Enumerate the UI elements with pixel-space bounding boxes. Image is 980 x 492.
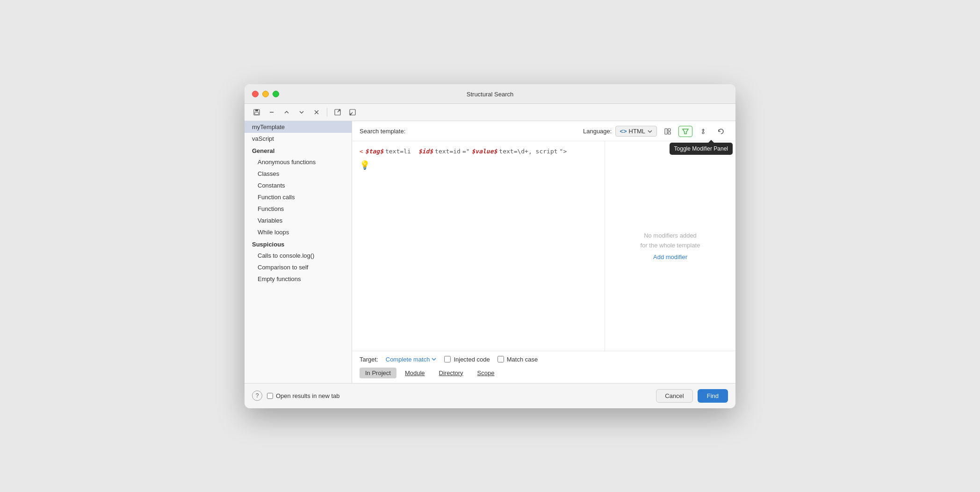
sidebar-section-general: General: [245, 145, 352, 156]
save-icon: [253, 109, 260, 116]
toolbar: [245, 104, 735, 121]
layout-icon: [664, 128, 671, 135]
target-row: Target: Complete match Injected code Mat…: [360, 356, 728, 363]
main-window: Structural Search: [245, 84, 735, 408]
svg-marker-13: [683, 129, 688, 134]
code-tag-var: $tag$: [365, 147, 383, 157]
injected-code-checkbox[interactable]: [444, 356, 451, 362]
help-button[interactable]: ?: [252, 391, 262, 401]
refresh-icon: [717, 128, 725, 135]
find-button[interactable]: Find: [698, 389, 728, 403]
match-case-group: Match case: [497, 356, 538, 363]
up-icon: [283, 109, 290, 116]
open-results-label[interactable]: Open results in new tab: [267, 392, 340, 399]
match-case-checkbox[interactable]: [497, 356, 504, 362]
svg-rect-2: [255, 112, 259, 115]
code-close-quote: ">: [560, 147, 567, 157]
code-line-1: <$tag$ text=li $id$ text=id ="$value$ te…: [360, 147, 597, 157]
traffic-lights: [252, 91, 279, 97]
sidebar-item-javascript[interactable]: vaScript: [245, 133, 352, 145]
minimize-button[interactable]: [262, 91, 269, 97]
scope-tab-in-project[interactable]: In Project: [360, 368, 396, 378]
lightbulb-icon[interactable]: 💡: [360, 160, 597, 170]
code-text-id: text=id: [435, 147, 461, 157]
open-results-text: Open results in new tab: [276, 392, 340, 399]
sidebar-item-variables[interactable]: Variables: [245, 215, 352, 226]
footer-right: Cancel Find: [656, 389, 728, 403]
scope-tab-directory[interactable]: Directory: [433, 368, 469, 378]
toggle-modifier-tooltip: Toggle Modifier Panel: [670, 143, 733, 155]
open-results-checkbox[interactable]: [267, 393, 273, 399]
filter-icon: [682, 128, 689, 135]
target-value: Complete match: [386, 356, 430, 363]
header-right: Language: <> HTML: [583, 126, 728, 137]
sidebar-item-function-calls[interactable]: Function calls: [245, 191, 352, 203]
svg-rect-10: [665, 129, 667, 134]
sidebar-item-functions[interactable]: Functions: [245, 203, 352, 215]
search-template-label: Search template:: [360, 128, 405, 135]
html-lang-icon: <>: [620, 128, 627, 135]
sidebar-item-mytemplate[interactable]: myTemplate: [245, 121, 352, 133]
injected-code-group: Injected code: [444, 356, 490, 363]
sidebar: myTemplate vaScript General Anonymous fu…: [245, 121, 352, 383]
sidebar-item-comparison-to-self[interactable]: Comparison to self: [245, 261, 352, 273]
close-button[interactable]: [252, 91, 259, 97]
layout-icon-button[interactable]: [661, 126, 675, 137]
svg-rect-11: [668, 129, 670, 131]
import-button[interactable]: [346, 107, 359, 118]
svg-line-7: [338, 109, 340, 112]
cancel-button[interactable]: Cancel: [656, 389, 692, 403]
code-value-var: $value$: [472, 147, 497, 157]
no-modifiers-text: No modifiers added for the whole templat…: [641, 231, 700, 251]
svg-rect-12: [668, 132, 670, 134]
window-title: Structural Search: [467, 91, 513, 98]
bottom-controls: Target: Complete match Injected code Mat…: [352, 351, 735, 383]
target-select-button[interactable]: Complete match: [386, 356, 437, 363]
sidebar-item-constants[interactable]: Constants: [245, 180, 352, 191]
sidebar-item-calls-to-console[interactable]: Calls to console.log(): [245, 250, 352, 261]
target-chevron-icon: [431, 356, 437, 362]
minus-button[interactable]: [265, 107, 278, 118]
add-modifier-link[interactable]: Add modifier: [653, 253, 687, 260]
close-x-icon: [313, 109, 320, 116]
up-button[interactable]: [280, 107, 293, 118]
filter-icon-button[interactable]: [678, 126, 692, 137]
code-id-var: $id$: [418, 147, 433, 157]
title-bar: Structural Search: [245, 84, 735, 104]
down-icon: [298, 109, 305, 116]
maximize-button[interactable]: [273, 91, 279, 97]
code-text-attr: text=li: [385, 147, 411, 157]
refresh-icon-button[interactable]: [714, 126, 728, 137]
footer-left: ? Open results in new tab: [252, 391, 340, 401]
footer: ? Open results in new tab Cancel Find: [245, 383, 735, 408]
down-button[interactable]: [295, 107, 308, 118]
language-label: Language:: [583, 128, 612, 135]
code-editor[interactable]: <$tag$ text=li $id$ text=id ="$value$ te…: [352, 141, 605, 351]
scope-tabs: In Project Module Directory Scope: [360, 368, 728, 378]
scope-tab-scope[interactable]: Scope: [472, 368, 500, 378]
injected-code-label[interactable]: Injected code: [454, 356, 490, 363]
scope-tab-module[interactable]: Module: [399, 368, 431, 378]
sidebar-section-suspicious: Suspicious: [245, 238, 352, 250]
sidebar-item-classes[interactable]: Classes: [245, 168, 352, 180]
match-case-label[interactable]: Match case: [507, 356, 538, 363]
toolbar-divider: [327, 108, 327, 116]
minus-icon: [268, 109, 275, 116]
export-icon: [334, 109, 341, 116]
chevron-down-icon: [647, 129, 653, 134]
svg-line-9: [350, 112, 353, 115]
save-button[interactable]: [250, 107, 263, 118]
export-button[interactable]: [331, 107, 344, 118]
sidebar-item-while-loops[interactable]: While loops: [245, 226, 352, 238]
sidebar-item-empty-functions[interactable]: Empty functions: [245, 273, 352, 285]
close-x-button[interactable]: [310, 107, 323, 118]
sidebar-item-anonymous-functions[interactable]: Anonymous functions: [245, 156, 352, 168]
code-text-value: text=\d+, script: [499, 147, 557, 157]
target-label: Target:: [360, 356, 378, 363]
language-value: HTML: [629, 128, 645, 135]
language-select-button[interactable]: <> HTML: [615, 126, 657, 137]
pin-icon-button[interactable]: [696, 126, 710, 137]
modifiers-panel: No modifiers added for the whole templat…: [605, 141, 735, 351]
code-equals: =": [462, 147, 470, 157]
svg-rect-1: [255, 109, 258, 111]
